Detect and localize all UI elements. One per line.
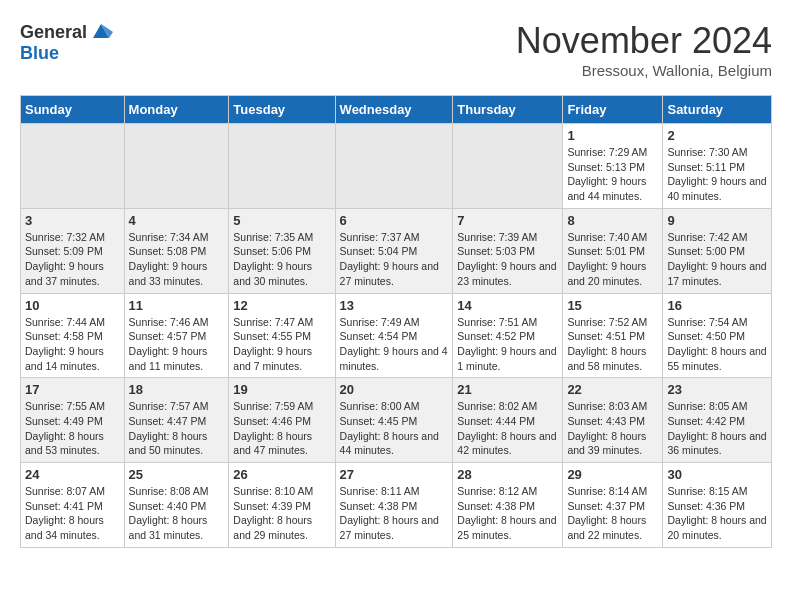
day-number: 30 [667,467,767,482]
calendar-table: SundayMondayTuesdayWednesdayThursdayFrid… [20,95,772,548]
day-number: 9 [667,213,767,228]
day-number: 16 [667,298,767,313]
day-detail: Sunrise: 7:40 AM Sunset: 5:01 PM Dayligh… [567,230,658,289]
month-title: November 2024 [516,20,772,62]
day-number: 19 [233,382,330,397]
day-detail: Sunrise: 7:32 AM Sunset: 5:09 PM Dayligh… [25,230,120,289]
day-number: 22 [567,382,658,397]
day-detail: Sunrise: 7:52 AM Sunset: 4:51 PM Dayligh… [567,315,658,374]
day-detail: Sunrise: 8:15 AM Sunset: 4:36 PM Dayligh… [667,484,767,543]
day-detail: Sunrise: 8:05 AM Sunset: 4:42 PM Dayligh… [667,399,767,458]
calendar-cell: 21Sunrise: 8:02 AM Sunset: 4:44 PM Dayli… [453,378,563,463]
calendar-cell [229,124,335,209]
day-detail: Sunrise: 8:10 AM Sunset: 4:39 PM Dayligh… [233,484,330,543]
calendar-cell [21,124,125,209]
day-detail: Sunrise: 8:07 AM Sunset: 4:41 PM Dayligh… [25,484,120,543]
calendar-cell: 13Sunrise: 7:49 AM Sunset: 4:54 PM Dayli… [335,293,453,378]
calendar-cell: 29Sunrise: 8:14 AM Sunset: 4:37 PM Dayli… [563,463,663,548]
day-detail: Sunrise: 7:35 AM Sunset: 5:06 PM Dayligh… [233,230,330,289]
day-detail: Sunrise: 8:12 AM Sunset: 4:38 PM Dayligh… [457,484,558,543]
day-number: 17 [25,382,120,397]
calendar-cell: 17Sunrise: 7:55 AM Sunset: 4:49 PM Dayli… [21,378,125,463]
calendar-cell: 12Sunrise: 7:47 AM Sunset: 4:55 PM Dayli… [229,293,335,378]
day-detail: Sunrise: 8:14 AM Sunset: 4:37 PM Dayligh… [567,484,658,543]
calendar-header-row: SundayMondayTuesdayWednesdayThursdayFrid… [21,96,772,124]
day-number: 3 [25,213,120,228]
calendar-week-row: 17Sunrise: 7:55 AM Sunset: 4:49 PM Dayli… [21,378,772,463]
day-number: 12 [233,298,330,313]
logo-blue: Blue [20,43,59,63]
calendar-cell: 25Sunrise: 8:08 AM Sunset: 4:40 PM Dayli… [124,463,229,548]
day-detail: Sunrise: 7:54 AM Sunset: 4:50 PM Dayligh… [667,315,767,374]
calendar-cell: 22Sunrise: 8:03 AM Sunset: 4:43 PM Dayli… [563,378,663,463]
day-detail: Sunrise: 8:11 AM Sunset: 4:38 PM Dayligh… [340,484,449,543]
calendar-cell: 26Sunrise: 8:10 AM Sunset: 4:39 PM Dayli… [229,463,335,548]
day-detail: Sunrise: 7:29 AM Sunset: 5:13 PM Dayligh… [567,145,658,204]
day-number: 4 [129,213,225,228]
day-number: 6 [340,213,449,228]
day-header-wednesday: Wednesday [335,96,453,124]
day-number: 7 [457,213,558,228]
day-number: 11 [129,298,225,313]
day-header-saturday: Saturday [663,96,772,124]
day-detail: Sunrise: 7:59 AM Sunset: 4:46 PM Dayligh… [233,399,330,458]
location-subtitle: Bressoux, Wallonia, Belgium [516,62,772,79]
day-number: 15 [567,298,658,313]
calendar-week-row: 1Sunrise: 7:29 AM Sunset: 5:13 PM Daylig… [21,124,772,209]
day-header-tuesday: Tuesday [229,96,335,124]
calendar-cell: 3Sunrise: 7:32 AM Sunset: 5:09 PM Daylig… [21,208,125,293]
calendar-week-row: 24Sunrise: 8:07 AM Sunset: 4:41 PM Dayli… [21,463,772,548]
calendar-cell: 30Sunrise: 8:15 AM Sunset: 4:36 PM Dayli… [663,463,772,548]
calendar-cell: 2Sunrise: 7:30 AM Sunset: 5:11 PM Daylig… [663,124,772,209]
day-number: 1 [567,128,658,143]
calendar-cell: 14Sunrise: 7:51 AM Sunset: 4:52 PM Dayli… [453,293,563,378]
day-detail: Sunrise: 8:02 AM Sunset: 4:44 PM Dayligh… [457,399,558,458]
day-number: 2 [667,128,767,143]
day-detail: Sunrise: 7:37 AM Sunset: 5:04 PM Dayligh… [340,230,449,289]
day-header-thursday: Thursday [453,96,563,124]
calendar-cell [453,124,563,209]
calendar-cell: 16Sunrise: 7:54 AM Sunset: 4:50 PM Dayli… [663,293,772,378]
logo-icon [89,20,113,44]
calendar-cell: 4Sunrise: 7:34 AM Sunset: 5:08 PM Daylig… [124,208,229,293]
day-detail: Sunrise: 8:08 AM Sunset: 4:40 PM Dayligh… [129,484,225,543]
calendar-cell [124,124,229,209]
day-number: 8 [567,213,658,228]
day-number: 29 [567,467,658,482]
day-number: 24 [25,467,120,482]
calendar-cell: 1Sunrise: 7:29 AM Sunset: 5:13 PM Daylig… [563,124,663,209]
day-detail: Sunrise: 8:00 AM Sunset: 4:45 PM Dayligh… [340,399,449,458]
calendar-cell: 5Sunrise: 7:35 AM Sunset: 5:06 PM Daylig… [229,208,335,293]
calendar-week-row: 3Sunrise: 7:32 AM Sunset: 5:09 PM Daylig… [21,208,772,293]
day-number: 27 [340,467,449,482]
calendar-cell: 8Sunrise: 7:40 AM Sunset: 5:01 PM Daylig… [563,208,663,293]
day-detail: Sunrise: 7:51 AM Sunset: 4:52 PM Dayligh… [457,315,558,374]
day-detail: Sunrise: 8:03 AM Sunset: 4:43 PM Dayligh… [567,399,658,458]
day-detail: Sunrise: 7:49 AM Sunset: 4:54 PM Dayligh… [340,315,449,374]
day-detail: Sunrise: 7:57 AM Sunset: 4:47 PM Dayligh… [129,399,225,458]
day-number: 5 [233,213,330,228]
day-detail: Sunrise: 7:34 AM Sunset: 5:08 PM Dayligh… [129,230,225,289]
logo-general: General [20,23,87,41]
calendar-cell: 19Sunrise: 7:59 AM Sunset: 4:46 PM Dayli… [229,378,335,463]
day-header-friday: Friday [563,96,663,124]
calendar-cell: 23Sunrise: 8:05 AM Sunset: 4:42 PM Dayli… [663,378,772,463]
day-detail: Sunrise: 7:42 AM Sunset: 5:00 PM Dayligh… [667,230,767,289]
calendar-cell: 27Sunrise: 8:11 AM Sunset: 4:38 PM Dayli… [335,463,453,548]
day-detail: Sunrise: 7:46 AM Sunset: 4:57 PM Dayligh… [129,315,225,374]
calendar-cell: 18Sunrise: 7:57 AM Sunset: 4:47 PM Dayli… [124,378,229,463]
calendar-cell: 9Sunrise: 7:42 AM Sunset: 5:00 PM Daylig… [663,208,772,293]
calendar-week-row: 10Sunrise: 7:44 AM Sunset: 4:58 PM Dayli… [21,293,772,378]
day-number: 13 [340,298,449,313]
day-number: 20 [340,382,449,397]
calendar-cell: 6Sunrise: 7:37 AM Sunset: 5:04 PM Daylig… [335,208,453,293]
day-header-sunday: Sunday [21,96,125,124]
calendar-cell: 28Sunrise: 8:12 AM Sunset: 4:38 PM Dayli… [453,463,563,548]
day-number: 10 [25,298,120,313]
calendar-cell: 11Sunrise: 7:46 AM Sunset: 4:57 PM Dayli… [124,293,229,378]
day-number: 21 [457,382,558,397]
day-detail: Sunrise: 7:47 AM Sunset: 4:55 PM Dayligh… [233,315,330,374]
day-number: 26 [233,467,330,482]
page-header: General Blue November 2024 Bressoux, Wal… [20,20,772,79]
day-detail: Sunrise: 7:30 AM Sunset: 5:11 PM Dayligh… [667,145,767,204]
